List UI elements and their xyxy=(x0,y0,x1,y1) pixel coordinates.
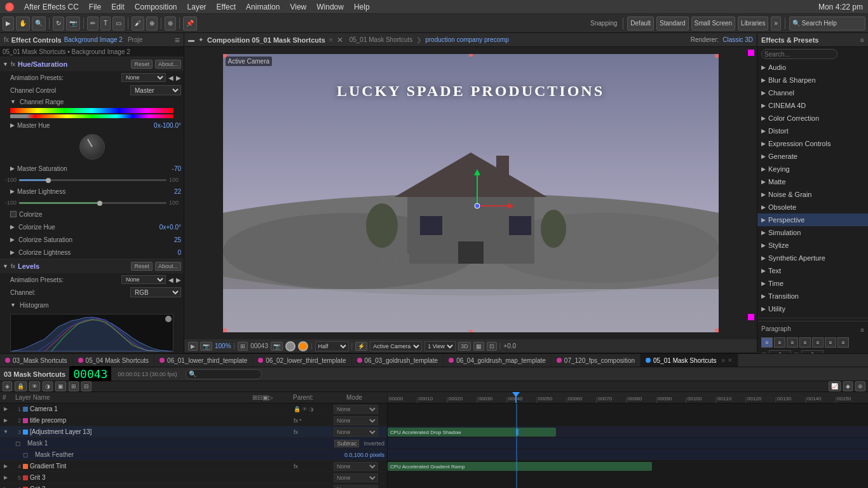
effects-search-input[interactable] xyxy=(761,49,837,59)
layer-1-parent-select[interactable]: None xyxy=(334,405,378,414)
comp-transparency-btn[interactable]: +0.0 xyxy=(503,342,516,349)
align-center-btn[interactable]: ≡ xyxy=(774,337,785,348)
toolbar-camera-tool[interactable]: 📷 xyxy=(66,17,80,30)
tab-03-mask[interactable]: 03_Mask Shortcuts xyxy=(0,353,73,367)
comp-camera-btn[interactable]: 📷 xyxy=(200,342,212,351)
hs-about-btn[interactable]: About... xyxy=(155,60,181,69)
comp-resolution-select[interactable]: Half Full Quarter xyxy=(315,341,349,351)
align-justify-center-btn[interactable]: ≡ xyxy=(812,337,824,348)
hue-saturation-header[interactable]: ▼ fx Hue/Saturation Reset About... xyxy=(0,57,184,71)
comp-breadcrumb[interactable]: production company precomp xyxy=(425,36,509,43)
levels-about-btn[interactable]: About... xyxy=(155,262,181,271)
hs-light-track[interactable] xyxy=(19,202,166,204)
tl-add-marker-btn[interactable]: ◆ xyxy=(843,381,853,391)
effect-cat-expression[interactable]: ▶ Expression Controls xyxy=(757,137,868,150)
toolbar-paint-tool[interactable]: 🖌 xyxy=(132,17,144,30)
effect-cat-transition[interactable]: ▶ Transition xyxy=(757,290,868,302)
layer-row-1[interactable]: ▶ 1 Camera 1 🔒👁◑ None xyxy=(0,403,387,415)
tab-0501-close[interactable]: ✕ xyxy=(728,357,733,363)
levels-reset-btn[interactable]: Reset xyxy=(131,262,153,271)
tab-0501-mask-active[interactable]: 05_01 Mask Shortcuts ≡ ✕ xyxy=(641,353,738,367)
layer-3-parent-select[interactable]: None xyxy=(334,428,378,437)
align-left-btn[interactable]: ≡ xyxy=(761,337,773,348)
effect-cat-noise[interactable]: ▶ Noise & Grain xyxy=(757,188,868,201)
effect-cat-obsolete[interactable]: ▶ Obsolete xyxy=(757,201,868,214)
mask-feather-value[interactable]: 0.0,100.0 pixels xyxy=(344,452,384,458)
tl-mode-btn[interactable]: ⊕ xyxy=(855,381,865,391)
tl-auto-btn[interactable]: ⊟ xyxy=(81,381,92,391)
workspace-libraries[interactable]: Libraries xyxy=(738,17,768,30)
workspace-overflow[interactable]: » xyxy=(771,17,781,30)
layer-6-parent-select[interactable]: None xyxy=(334,485,378,489)
toolbar-text-tool[interactable]: T xyxy=(100,17,111,30)
comp-fast-preview-btn[interactable]: ⚡ xyxy=(355,342,367,351)
toolbar-shape-tool[interactable]: ▭ xyxy=(112,17,125,30)
align-right-btn[interactable]: ≡ xyxy=(787,337,798,348)
effect-cat-perspective[interactable]: ▶ Perspective xyxy=(757,214,868,226)
effect-cat-time[interactable]: ▶ Time xyxy=(757,277,868,290)
tab-0603-goldrush[interactable]: 06_03_goldrush_template xyxy=(352,353,444,367)
comp-tab-label[interactable]: 05_01 Mask Shortcuts xyxy=(349,36,413,43)
menu-layer[interactable]: Layer xyxy=(187,3,207,11)
levels-anim-prev[interactable]: ◀ xyxy=(168,276,173,283)
hs-master-sat-value[interactable]: -70 xyxy=(156,165,181,172)
effect-cat-utility[interactable]: ▶ Utility xyxy=(757,302,868,315)
comp-viewer[interactable]: LUCKY SPADE PRODUCTIONS Active Camera xyxy=(184,47,757,339)
hs-reset-btn[interactable]: Reset xyxy=(131,60,153,69)
layer-row-5[interactable]: ▶ 5 Grit 3 None xyxy=(0,472,387,484)
toolbar-selection-tool[interactable]: ▶ xyxy=(3,17,14,30)
workspace-small-screen[interactable]: Small Screen xyxy=(691,17,735,30)
tab-0501-menu[interactable]: ≡ xyxy=(722,357,726,364)
levels-hist-toggle[interactable]: ▼ xyxy=(10,302,16,308)
menu-edit[interactable]: Edit xyxy=(111,3,125,11)
hs-colorize-checkbox[interactable] xyxy=(10,211,17,217)
levels-histogram-toggle[interactable]: ▼ Histogram xyxy=(0,299,184,311)
hs-master-light-value[interactable]: 22 xyxy=(156,188,181,195)
track-4-gradient[interactable]: CPU Accelerated Gradient Ramp xyxy=(388,461,868,472)
right-panel-menu[interactable]: ≡ xyxy=(860,36,864,44)
levels-header[interactable]: ▼ fx Levels Reset About... xyxy=(0,259,184,273)
hs-master-hue-value[interactable]: 0x-100.0° xyxy=(154,122,181,129)
paragraph-menu[interactable]: ≡ xyxy=(860,327,864,334)
effect-cat-keying[interactable]: ▶ Keying xyxy=(757,163,868,175)
track-4-clip[interactable]: CPU Accelerated Gradient Ramp xyxy=(388,462,652,471)
hs-master-light-row[interactable]: ▶ Master Lightness 22 xyxy=(0,185,184,198)
para-indent-right-input[interactable] xyxy=(801,350,824,353)
layer-row-3[interactable]: ▼ 3 [Adjustment Layer 13] fx None xyxy=(0,426,387,438)
hs-master-hue-row[interactable]: ▶ Master Hue 0x-100.0° xyxy=(0,119,184,132)
layer-row-4[interactable]: ▶ 4 Gradient Tint fx None xyxy=(0,461,387,472)
layer-4-expand[interactable]: ▶ xyxy=(3,463,9,470)
timeline-search-input[interactable] xyxy=(186,369,262,379)
hs-anim-presets-select[interactable]: None xyxy=(121,73,166,82)
layer-6-expand[interactable]: ▶ xyxy=(3,486,9,489)
timeline-timecode[interactable]: 00043 xyxy=(69,366,111,382)
hs-range-toggle[interactable]: ▼ xyxy=(10,98,16,105)
layer-2-expand[interactable]: ▶ xyxy=(3,417,9,424)
tab-0601-lower[interactable]: 06_01_lower_third_template xyxy=(154,353,253,367)
hs-colorize-sat-value[interactable]: 25 xyxy=(156,236,181,243)
align-justify-left-btn[interactable]: ≡ xyxy=(799,337,811,348)
hs-colorize-light-row[interactable]: ▶ Colorize Lightness 0 xyxy=(0,246,184,259)
comp-color-fill[interactable] xyxy=(298,341,308,351)
tab-0504-mask[interactable]: 05_04 Mask Shortcuts xyxy=(73,353,155,367)
hs-anim-next[interactable]: ▶ xyxy=(176,74,181,81)
effect-cat-blur[interactable]: ▶ Blur & Sharpen xyxy=(757,74,868,86)
hs-colorize-hue-row[interactable]: ▶ Colorize Hue 0x+0.0° xyxy=(0,220,184,233)
menu-window[interactable]: Window xyxy=(316,3,344,11)
layer-row-2[interactable]: ▶ 2 title precomp fx* None xyxy=(0,415,387,426)
toolbar-hand-tool[interactable]: ✋ xyxy=(16,17,30,30)
hs-hue-dial[interactable] xyxy=(79,134,105,159)
layer-1-expand[interactable]: ▶ xyxy=(3,406,9,412)
hs-colorize-row[interactable]: Colorize xyxy=(0,208,184,220)
hs-master-sat-row[interactable]: ▶ Master Saturation -70 xyxy=(0,162,184,175)
comp-3d-btn[interactable]: 3D xyxy=(458,342,471,351)
menu-animation[interactable]: Animation xyxy=(246,3,280,11)
layer-2-parent-select[interactable]: None xyxy=(334,416,378,425)
tl-lock-btn[interactable]: 🔒 xyxy=(15,381,27,391)
effect-cat-text[interactable]: ▶ Text xyxy=(757,264,868,277)
toolbar-clone-tool[interactable]: ⊕ xyxy=(146,17,158,30)
toolbar-pin-tool[interactable]: 📌 xyxy=(183,17,197,30)
levels-anim-next[interactable]: ▶ xyxy=(176,276,181,283)
tl-hide-btn[interactable]: 👁 xyxy=(29,381,40,391)
menu-view[interactable]: View xyxy=(290,3,306,11)
